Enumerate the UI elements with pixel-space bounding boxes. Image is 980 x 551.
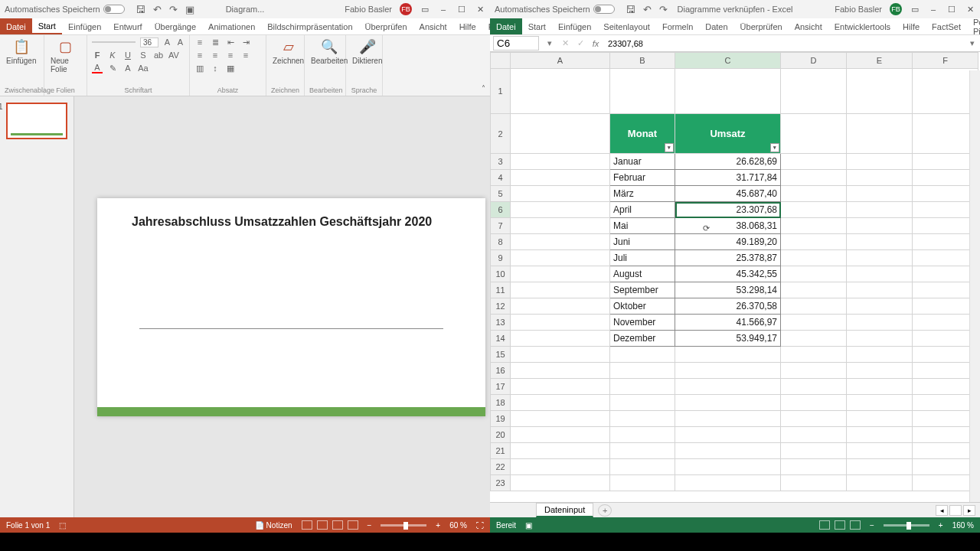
- text-dir-icon[interactable]: ↕: [210, 63, 220, 73]
- row-header[interactable]: 17: [491, 379, 511, 395]
- user-avatar[interactable]: FB: [400, 3, 412, 15]
- tab-uebergaenge[interactable]: Übergänge: [149, 18, 202, 34]
- cell-month[interactable]: Januar: [610, 154, 675, 170]
- sheet-tab[interactable]: Dateninput: [536, 503, 593, 517]
- autosave-toggle[interactable]: [593, 5, 615, 14]
- close-icon[interactable]: ✕: [475, 4, 485, 15]
- row-header[interactable]: 1: [491, 69, 511, 114]
- indent-inc-icon[interactable]: ⇥: [240, 37, 251, 47]
- cell-value[interactable]: 26.628,69: [675, 154, 781, 170]
- dictate-button[interactable]: 🎤Diktieren: [351, 37, 384, 67]
- ribbon-mode-icon[interactable]: ▭: [910, 4, 920, 15]
- align-left-icon[interactable]: ≡: [194, 50, 205, 60]
- row-header[interactable]: 11: [491, 282, 511, 298]
- tab-daten[interactable]: Daten: [699, 18, 733, 34]
- zoom-out-icon[interactable]: −: [368, 521, 372, 530]
- font-size-box[interactable]: 36: [140, 37, 158, 47]
- shadow-icon[interactable]: ab: [153, 50, 164, 60]
- cell-value[interactable]: 53.298,14: [675, 282, 781, 298]
- grow-font-icon[interactable]: A: [163, 37, 172, 47]
- row-header[interactable]: 14: [491, 331, 511, 347]
- page-layout-icon[interactable]: [835, 520, 845, 530]
- row-header[interactable]: 21: [491, 443, 511, 459]
- zoom-in-icon[interactable]: +: [436, 521, 440, 530]
- cell-value[interactable]: 41.566,97: [675, 315, 781, 331]
- add-sheet-button[interactable]: +: [598, 504, 612, 517]
- undo-icon[interactable]: ↶: [153, 4, 162, 15]
- row-header[interactable]: 3: [491, 154, 511, 170]
- cell-month[interactable]: Juni: [610, 234, 675, 250]
- cell-month[interactable]: Juli: [610, 250, 675, 266]
- cell-month[interactable]: März: [610, 186, 675, 202]
- tab-start[interactable]: Start: [32, 18, 62, 34]
- macro-rec-icon[interactable]: ▣: [525, 521, 532, 530]
- tab-entwicklertools[interactable]: Entwicklertools: [828, 18, 897, 34]
- maximize-icon[interactable]: ☐: [946, 4, 957, 15]
- collapse-ribbon-icon[interactable]: ˄: [482, 84, 485, 93]
- scroll-last-icon[interactable]: ▸: [963, 505, 975, 516]
- row-header[interactable]: 18: [491, 395, 511, 411]
- slideshow-view-icon[interactable]: [348, 520, 358, 530]
- row-header[interactable]: 12: [491, 298, 511, 315]
- zoom-out-icon[interactable]: −: [870, 521, 874, 530]
- tab-formeln[interactable]: Formeln: [656, 18, 699, 34]
- tab-einfuegen[interactable]: Einfügen: [62, 18, 107, 34]
- normal-view-icon[interactable]: [302, 520, 312, 530]
- cell-value[interactable]: 31.717,84: [675, 170, 781, 186]
- slide-canvas[interactable]: Jahresabschluss Umsatzzahlen Geschäftsja…: [74, 96, 508, 517]
- row-header[interactable]: 5: [491, 186, 511, 202]
- col-header-E[interactable]: E: [847, 53, 913, 69]
- row-header[interactable]: 6: [491, 202, 511, 218]
- slide-thumbnail-1[interactable]: [6, 103, 67, 139]
- align-center-icon[interactable]: ≡: [210, 50, 220, 60]
- sorter-view-icon[interactable]: [317, 520, 328, 530]
- notes-toggle[interactable]: 📄 Notizen: [255, 521, 292, 530]
- redo-icon[interactable]: ↷: [659, 4, 668, 15]
- tab-hilfe[interactable]: Hilfe: [453, 18, 482, 34]
- tab-einfuegen[interactable]: Einfügen: [552, 18, 597, 34]
- tab-ansicht[interactable]: Ansicht: [789, 18, 828, 34]
- zoom-level[interactable]: 160 %: [952, 521, 974, 530]
- cell-value[interactable]: 53.949,17: [675, 331, 781, 347]
- bullets-icon[interactable]: ≡: [194, 37, 205, 47]
- filter-icon[interactable]: ▾: [770, 143, 779, 152]
- minimize-icon[interactable]: –: [928, 4, 939, 15]
- row-header[interactable]: 16: [491, 363, 511, 379]
- justify-icon[interactable]: ≡: [240, 50, 251, 60]
- cell-month[interactable]: Oktober: [610, 298, 675, 315]
- tab-start[interactable]: Start: [522, 18, 552, 34]
- scroll-first-icon[interactable]: ◂: [936, 505, 948, 516]
- row-header[interactable]: 10: [491, 266, 511, 282]
- row-header[interactable]: 15: [491, 347, 511, 363]
- italic-icon[interactable]: K: [107, 50, 118, 60]
- numbering-icon[interactable]: ≣: [210, 37, 220, 47]
- maximize-icon[interactable]: ☐: [456, 4, 467, 15]
- col-header-C[interactable]: C: [675, 53, 781, 69]
- vertical-scrollbar[interactable]: [969, 70, 980, 502]
- zoom-slider[interactable]: [884, 524, 929, 527]
- name-box[interactable]: [493, 36, 539, 51]
- undo-icon[interactable]: ↶: [643, 4, 652, 15]
- cell-value[interactable]: 38.068,31: [675, 218, 781, 234]
- select-all-corner[interactable]: [491, 53, 511, 69]
- tab-file[interactable]: Datei: [0, 18, 32, 34]
- cell-month[interactable]: November: [610, 315, 675, 331]
- font-name-box[interactable]: [92, 41, 136, 43]
- fx-dropdown-icon[interactable]: ▾: [542, 38, 557, 48]
- tab-animationen[interactable]: Animationen: [202, 18, 261, 34]
- reading-view-icon[interactable]: [332, 520, 343, 530]
- font-color-icon[interactable]: A: [92, 63, 103, 73]
- tab-factset[interactable]: FactSet: [926, 18, 967, 34]
- cell-month[interactable]: Februar: [610, 170, 675, 186]
- col-header-A[interactable]: A: [511, 53, 610, 69]
- tab-hilfe[interactable]: Hilfe: [897, 18, 926, 34]
- paste-button[interactable]: 📋Einfügen: [5, 37, 38, 67]
- cell-value[interactable]: 26.370,58: [675, 298, 781, 315]
- row-header[interactable]: 23: [491, 475, 511, 491]
- bold-icon[interactable]: F: [92, 50, 103, 60]
- new-slide-button[interactable]: ▢Neue Folie: [49, 37, 82, 75]
- align-right-icon[interactable]: ≡: [225, 50, 236, 60]
- row-header[interactable]: 19: [491, 411, 511, 427]
- slideshow-icon[interactable]: ▣: [185, 4, 194, 15]
- active-cell[interactable]: 23.307,68: [675, 202, 781, 218]
